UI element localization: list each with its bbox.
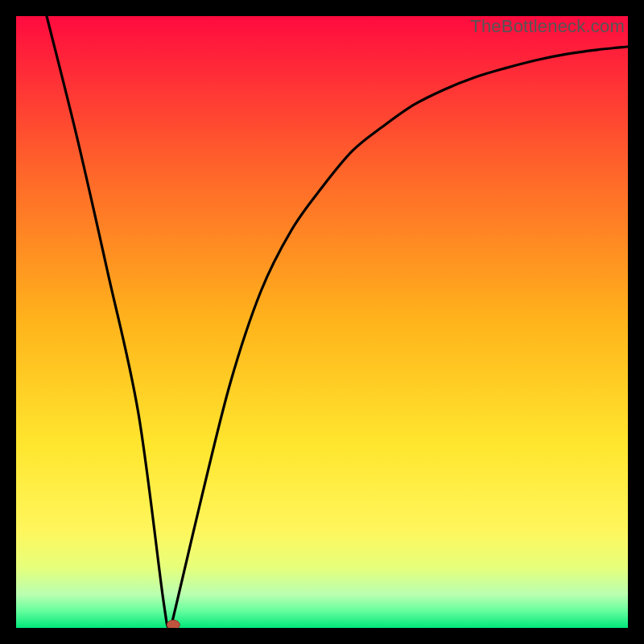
chart-frame: TheBottleneck.com bbox=[16, 16, 628, 628]
optimum-marker bbox=[167, 620, 180, 628]
watermark-text: TheBottleneck.com bbox=[470, 16, 625, 37]
gradient-bg bbox=[16, 16, 628, 628]
chart-plot bbox=[16, 16, 628, 628]
